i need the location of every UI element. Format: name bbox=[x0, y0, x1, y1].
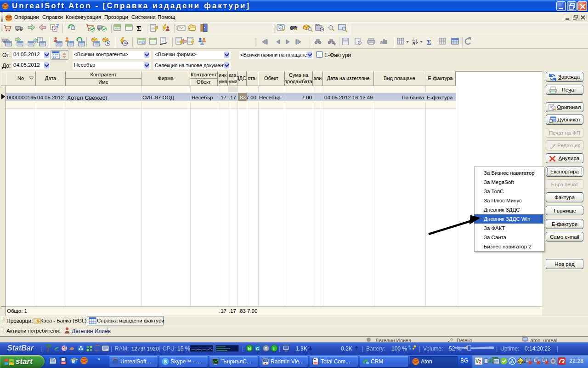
svg-text:0.2K: 0.2K bbox=[341, 345, 352, 352]
svg-text:S: S bbox=[265, 346, 267, 351]
svg-text:Uptime:: Uptime: bbox=[500, 345, 519, 352]
svg-text:Battery:: Battery: bbox=[366, 345, 385, 352]
svg-text:Σ: Σ bbox=[427, 39, 431, 46]
svg-text:SOS: SOS bbox=[518, 360, 526, 364]
svg-text:15 %: 15 % bbox=[177, 345, 190, 352]
svg-text:S: S bbox=[164, 359, 167, 364]
svg-text:Volume:: Volume: bbox=[423, 345, 443, 352]
svg-text:|: | bbox=[362, 345, 363, 352]
svg-text:?: ? bbox=[56, 23, 59, 29]
svg-text:100 %: 100 % bbox=[391, 345, 407, 352]
svg-text:1.3K: 1.3K bbox=[296, 345, 307, 352]
svg-text:CPU:: CPU: bbox=[163, 345, 176, 352]
svg-text:2: 2 bbox=[479, 359, 481, 364]
svg-text:|: | bbox=[419, 345, 420, 352]
svg-text:Я: Я bbox=[412, 41, 415, 46]
svg-text:N: N bbox=[248, 346, 251, 351]
svg-text:|: | bbox=[40, 345, 42, 352]
svg-text:|: | bbox=[557, 345, 558, 352]
svg-text:|: | bbox=[279, 345, 280, 352]
svg-text:1273/ 1920: 1273/ 1920 bbox=[131, 346, 159, 351]
svg-text:C: C bbox=[256, 346, 260, 351]
svg-text:Σ: Σ bbox=[136, 24, 141, 33]
svg-text:|: | bbox=[242, 345, 243, 352]
svg-text:»: » bbox=[97, 356, 100, 362]
svg-text:|: | bbox=[111, 345, 112, 352]
svg-text:I: I bbox=[273, 346, 275, 351]
svg-text:+: + bbox=[334, 42, 336, 46]
svg-text:RAM:: RAM: bbox=[115, 345, 129, 352]
svg-text:|: | bbox=[496, 345, 498, 352]
svg-text:|: | bbox=[159, 345, 160, 352]
svg-text:0:14:20:23: 0:14:20:23 bbox=[525, 345, 551, 352]
